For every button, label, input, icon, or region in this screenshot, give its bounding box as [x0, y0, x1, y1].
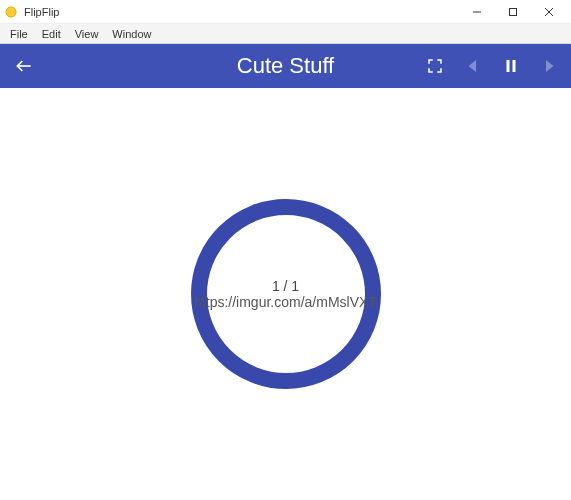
app-title: FlipFlip	[24, 6, 59, 18]
progress-url: https://imgur.com/a/mMslVXT	[194, 294, 377, 310]
content-area: 1 / 1 https://imgur.com/a/mMslVXT	[0, 88, 571, 500]
svg-point-0	[6, 7, 16, 17]
svg-rect-2	[510, 8, 517, 15]
loading-indicator: 1 / 1 https://imgur.com/a/mMslVXT	[191, 199, 381, 389]
close-button[interactable]	[531, 0, 567, 24]
maximize-button[interactable]	[495, 0, 531, 24]
fullscreen-button[interactable]	[423, 54, 447, 78]
menu-edit[interactable]: Edit	[38, 26, 65, 42]
back-button[interactable]	[10, 52, 38, 80]
window-controls	[459, 0, 567, 24]
menu-window[interactable]: Window	[108, 26, 155, 42]
svg-rect-7	[513, 60, 516, 72]
appbar: Cute Stuff	[0, 44, 571, 88]
menubar: File Edit View Window	[0, 24, 571, 44]
window-titlebar: FlipFlip	[0, 0, 571, 24]
menu-view[interactable]: View	[71, 26, 103, 42]
progress-counter: 1 / 1	[272, 278, 299, 294]
menu-file[interactable]: File	[6, 26, 32, 42]
svg-rect-6	[507, 60, 510, 72]
app-icon	[4, 5, 18, 19]
page-title: Cute Stuff	[237, 53, 334, 79]
previous-button[interactable]	[461, 54, 485, 78]
minimize-button[interactable]	[459, 0, 495, 24]
pause-button[interactable]	[499, 54, 523, 78]
next-button[interactable]	[537, 54, 561, 78]
